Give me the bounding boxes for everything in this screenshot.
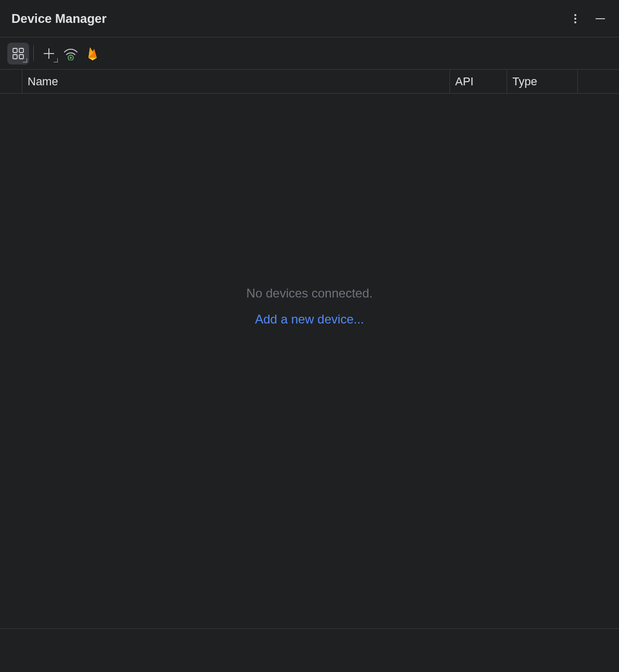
expand-corner-icon: [54, 58, 58, 62]
column-header-api[interactable]: API: [449, 70, 507, 93]
hide-panel-button[interactable]: [592, 10, 609, 27]
table-header: Name API Type: [0, 70, 619, 94]
firebase-button[interactable]: [82, 43, 104, 64]
device-explorer-button[interactable]: [7, 43, 29, 64]
wifi-add-icon: [63, 47, 78, 60]
add-device-link[interactable]: Add a new device...: [255, 312, 364, 327]
firebase-icon: [87, 46, 98, 61]
more-vertical-icon: [570, 13, 581, 24]
column-header-type[interactable]: Type: [507, 70, 577, 93]
svg-point-0: [574, 14, 576, 16]
svg-rect-4: [13, 48, 17, 53]
empty-message: No devices connected.: [247, 286, 373, 301]
toolbar: [0, 37, 619, 70]
toolbar-separator: [33, 46, 34, 61]
more-options-button[interactable]: [567, 10, 584, 27]
header-controls: [567, 10, 609, 27]
svg-point-1: [574, 18, 576, 20]
minimize-icon: [594, 12, 607, 25]
table-header-spacer: [0, 70, 22, 93]
svg-rect-5: [19, 48, 23, 53]
svg-rect-6: [13, 55, 17, 59]
column-header-name[interactable]: Name: [22, 70, 449, 93]
add-device-button[interactable]: [38, 43, 60, 64]
panel-footer: [0, 628, 619, 672]
empty-content: No devices connected. Add a new device..…: [0, 94, 619, 628]
column-header-actions: [577, 70, 619, 93]
panel-header: Device Manager: [0, 0, 619, 37]
panel-title: Device Manager: [11, 11, 107, 26]
expand-corner-icon: [23, 58, 27, 62]
svg-point-2: [574, 21, 576, 23]
pair-wifi-button[interactable]: [60, 43, 82, 64]
